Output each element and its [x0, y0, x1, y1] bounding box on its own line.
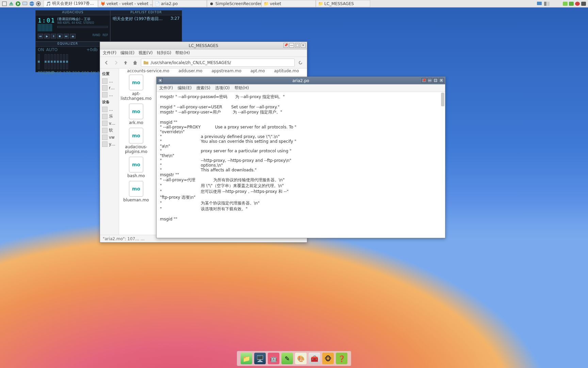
eq-preamp-slider[interactable]	[38, 54, 40, 69]
amp-main-title[interactable]: AUDACIOUS	[36, 11, 110, 15]
tray-globe-icon[interactable]	[29, 1, 35, 7]
eq-band-slider[interactable]	[60, 54, 62, 69]
task-item-folder-lcmessages[interactable]: 📁 LC_MESSAGES	[316, 0, 370, 7]
workspace-switcher-icon[interactable]	[544, 1, 550, 7]
menu-edit[interactable]: 编辑(E)	[120, 50, 134, 56]
dock-desktop-icon[interactable]: 🖥️	[254, 353, 266, 364]
home-button[interactable]	[131, 59, 139, 66]
task-item-recorder[interactable]: ⏺ SimpleScreenRecorder	[207, 0, 261, 7]
file-item[interactable]: moapt-listchanges.mo	[122, 75, 150, 101]
dock-avatar-icon[interactable]: 🤖	[268, 353, 279, 364]
window-menu-button[interactable]: ▾	[158, 78, 163, 83]
stop-button[interactable]: ⏹	[57, 34, 63, 39]
forward-button[interactable]	[112, 59, 120, 66]
minimize-button[interactable]: —	[289, 43, 294, 48]
maximize-button[interactable]: □	[433, 78, 438, 83]
eq-band-slider[interactable]	[48, 54, 50, 69]
pause-button[interactable]: ⏸	[51, 34, 56, 39]
fm-titlebar[interactable]: LC_MESSAGES 📌 — □ ×	[100, 42, 307, 49]
close-button[interactable]: ×	[439, 78, 444, 83]
file-label[interactable]: appstream.mo	[212, 68, 242, 73]
file-item[interactable]: mobash.mo	[122, 157, 150, 178]
eq-band-slider[interactable]	[63, 54, 65, 69]
status-green2-icon[interactable]	[569, 2, 574, 6]
task-item-folder-veket[interactable]: 📁 veket	[261, 0, 316, 7]
amp-rand-toggle[interactable]: RAND	[93, 34, 100, 39]
menu-help[interactable]: 帮助(H)	[234, 85, 249, 91]
file-label[interactable]: adduser.mo	[178, 68, 202, 73]
file-label[interactable]: apt.mo	[250, 68, 265, 73]
close-button[interactable]: ×	[301, 43, 306, 48]
display-icon[interactable]	[536, 1, 542, 7]
task-item-editor[interactable]: 📄 aria2.po	[152, 0, 207, 7]
path-text[interactable]: /usr/share/locale/zh_CN/LC_MESSAGES/	[151, 60, 231, 65]
sidebar-item[interactable]: 软	[101, 127, 117, 134]
eject-button[interactable]: ⏏	[70, 34, 76, 39]
tray-eject-icon[interactable]	[8, 1, 14, 7]
tray-monitor-icon[interactable]	[22, 1, 28, 7]
up-button[interactable]	[122, 59, 129, 66]
eq-auto-toggle[interactable]: AUTO	[46, 47, 58, 52]
sidebar-item[interactable]: v…	[101, 120, 117, 127]
eq-band-slider[interactable]	[54, 54, 56, 69]
sidebar-item[interactable]: …	[101, 106, 117, 113]
tray-play-icon[interactable]	[15, 1, 21, 7]
sidebar-item[interactable]: …	[101, 91, 117, 98]
file-item[interactable]: moblueman.mo	[122, 181, 150, 202]
eq-band-slider[interactable]	[51, 54, 53, 69]
file-item[interactable]: moark.mo	[122, 104, 150, 125]
tray-app-menu-icon[interactable]	[1, 1, 7, 7]
menu-search[interactable]: 搜索(S)	[196, 85, 210, 91]
menu-view[interactable]: 视图(V)	[138, 50, 153, 56]
ed-titlebar[interactable]: ▾ aria2.po 📌 — □ ×	[157, 77, 445, 85]
dock-file-manager-icon[interactable]: 📁	[241, 353, 252, 364]
dock-help-icon[interactable]: ❓	[336, 353, 347, 364]
editor-content[interactable]: msgstr " --all-proxy-passwd=密码 为 --all-p…	[157, 92, 445, 238]
dock-monkey-icon[interactable]: 🐵	[322, 353, 334, 364]
menu-go[interactable]: 转到(G)	[157, 50, 172, 56]
task-item-audacious[interactable]: 🎵 明天会更好 (1997香…	[44, 0, 98, 7]
amp-eq-title[interactable]: EQUALIZER	[36, 42, 100, 47]
sidebar-item[interactable]: …	[101, 78, 117, 85]
status-green-icon[interactable]	[563, 2, 568, 6]
file-label[interactable]: aptitude.mo	[274, 68, 299, 73]
play-button[interactable]: ▶	[44, 34, 50, 39]
reload-button[interactable]	[297, 59, 304, 66]
amp-rep-toggle[interactable]: REP	[103, 34, 108, 39]
menu-help[interactable]: 帮助(H)	[175, 50, 190, 56]
amp-seek-slider[interactable]	[57, 26, 108, 28]
sidebar-item[interactable]: 乐	[101, 113, 117, 120]
eq-band-slider[interactable]	[45, 54, 47, 69]
menu-edit[interactable]: 编辑(E)	[178, 85, 192, 91]
dock-paint-icon[interactable]: 🎨	[295, 353, 307, 364]
audacious-equalizer-window[interactable]: EQUALIZER ON AUTO +0db PREAMP -20db 60 1…	[35, 42, 100, 72]
file-item[interactable]: moaudacious-plugins.mo	[122, 128, 150, 154]
menu-file[interactable]: 文件(F)	[103, 50, 116, 56]
sidebar-item[interactable]: vw	[101, 134, 117, 141]
playlist-row[interactable]: 明天会更好 (1997香港回… 3:27	[111, 15, 182, 22]
dock-utility-icon[interactable]: 🧰	[309, 353, 320, 364]
prev-button[interactable]: ⏮	[38, 34, 43, 39]
amp-playlist-title[interactable]: PLAYLIST EDITOR	[111, 11, 182, 15]
sidebar-item[interactable]: r…	[101, 85, 117, 91]
tray-record-icon[interactable]	[35, 1, 42, 7]
status-red-icon[interactable]	[575, 2, 580, 6]
menu-options[interactable]: 选项(O)	[215, 85, 230, 91]
pin-button[interactable]: 📌	[283, 43, 288, 48]
eq-band-slider[interactable]	[66, 54, 68, 69]
file-label[interactable]: accounts-service.mo	[127, 68, 169, 73]
status-dark-icon[interactable]	[581, 2, 586, 6]
dock-editor-icon[interactable]: ✎	[281, 353, 293, 364]
next-button[interactable]: ⏭	[64, 34, 69, 39]
audacious-main-window[interactable]: AUDACIOUS 1:01 (香港回归晚会) - 王菲 WB KBPS, 44…	[35, 10, 110, 42]
minimize-button[interactable]: —	[427, 78, 432, 83]
task-item-browser[interactable]: 🦊 veket - veket - veket …	[98, 0, 152, 7]
maximize-button[interactable]: □	[295, 43, 300, 48]
scrollbar-thumb[interactable]	[441, 93, 444, 106]
eq-on-toggle[interactable]: ON	[38, 47, 44, 52]
back-button[interactable]	[103, 59, 110, 66]
sidebar-item[interactable]: y…	[101, 141, 117, 148]
pin-button[interactable]: 📌	[422, 78, 426, 83]
menu-file[interactable]: 文件(F)	[159, 85, 173, 91]
eq-band-slider[interactable]	[57, 54, 59, 69]
